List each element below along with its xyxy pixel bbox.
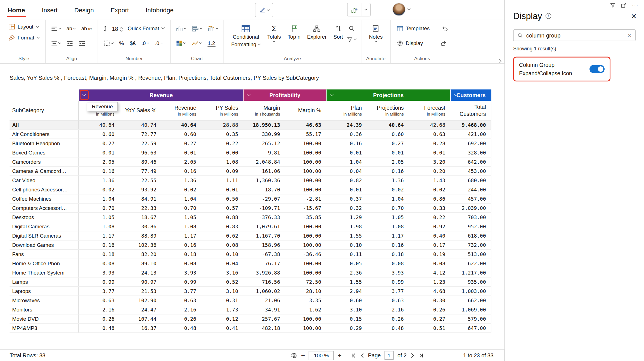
- table-row[interactable]: Coffee Machines1.0484.911.040.56-29.07-2…: [10, 194, 492, 204]
- font-size-stepper[interactable]: 18: [112, 25, 122, 32]
- table-row[interactable]: Computers Accessori…0.7022.330.700.57-10…: [10, 204, 492, 213]
- borders-button[interactable]: [103, 39, 114, 47]
- column-group-revenue[interactable]: Revenue: [79, 90, 243, 101]
- column-header[interactable]: SubCategory: [10, 101, 79, 120]
- column-header[interactable]: YoY Sales %: [120, 101, 162, 120]
- align-vertical-button[interactable]: [50, 40, 61, 47]
- table-row[interactable]: Car Video1.3622.551.361.111,360.36100.00…: [10, 176, 492, 185]
- format-button[interactable]: Format: [7, 34, 41, 42]
- tab-export[interactable]: Export: [110, 0, 130, 20]
- last-page-button[interactable]: [418, 353, 423, 358]
- column-header[interactable]: Planin Millions: [326, 101, 367, 120]
- zoom-in-button[interactable]: +: [338, 351, 342, 359]
- sparkline-button[interactable]: [191, 40, 202, 47]
- page-number-input[interactable]: 1: [385, 351, 394, 360]
- table-row[interactable]: Cameras & Camcord…0.1677.490.160.09161.0…: [10, 167, 492, 176]
- table-row[interactable]: Air Conditioners0.6072.770.600.35330.995…: [10, 130, 492, 139]
- tab-insert[interactable]: Insert: [41, 0, 58, 20]
- chart-type-bar-button[interactable]: [191, 25, 203, 32]
- expand-icon[interactable]: [621, 3, 627, 8]
- column-header[interactable]: Projectionsin Millions: [367, 101, 409, 120]
- sort-button[interactable]: Sort: [330, 23, 346, 42]
- notes-button[interactable]: Notes: [366, 23, 386, 43]
- undo-button[interactable]: [440, 24, 449, 33]
- column-group-projections[interactable]: Projections: [326, 90, 450, 101]
- abbreviate-button[interactable]: abc+: [80, 25, 93, 32]
- table-row[interactable]: Monitors2.1624.472.161.7334.911.623.102.…: [10, 305, 492, 315]
- wrap-text-button[interactable]: ab: [66, 25, 76, 32]
- column-group-customers[interactable]: Customers: [450, 90, 491, 101]
- avatar[interactable]: [392, 3, 406, 16]
- percent-format-button[interactable]: %: [118, 39, 125, 47]
- previous-page-button[interactable]: [360, 353, 364, 358]
- table-row[interactable]: Home & Office Phon…0.0889.100.080.0476.1…: [10, 259, 492, 268]
- table-row[interactable]: Bluetooth Headphon…0.2722.590.270.22265.…: [10, 139, 492, 148]
- increase-indent-button[interactable]: [78, 40, 86, 47]
- top-n-button[interactable]: Top n: [285, 23, 303, 42]
- chart-type-combo-button[interactable]: [207, 25, 219, 32]
- decrease-indent-button[interactable]: [66, 40, 74, 47]
- table-row[interactable]: MP4&MP30.4816.370.480.41482.18100.000.29…: [10, 324, 492, 333]
- table-row[interactable]: Desktops1.0518.671.050.88-376.33-35.851.…: [10, 213, 492, 222]
- table-settings-button[interactable]: [291, 352, 297, 359]
- align-horizontal-button[interactable]: [50, 25, 61, 32]
- add-chart-dropdown[interactable]: [361, 3, 370, 16]
- column-header[interactable]: PY Salesin Millions: [201, 101, 243, 120]
- tab-design[interactable]: Design: [74, 0, 95, 20]
- redo-button[interactable]: [439, 39, 448, 48]
- column-group-collapse-button[interactable]: [451, 90, 461, 101]
- column-header[interactable]: Marginin Thousands: [243, 101, 285, 120]
- ribbon-expand-button[interactable]: [496, 55, 503, 64]
- search-input[interactable]: column group: [526, 32, 561, 39]
- user-menu[interactable]: [392, 3, 410, 16]
- display-button[interactable]: Display: [395, 39, 424, 48]
- table-row[interactable]: Digital Cameras1.0830.861.080.831,079.61…: [10, 222, 492, 231]
- heatmap-button[interactable]: [175, 39, 186, 47]
- table-row[interactable]: Movie DVD0.26107.440.260.12257.67100.000…: [10, 315, 492, 324]
- quick-format-button[interactable]: Quick Format: [126, 25, 165, 32]
- table-row[interactable]: Digital SLR Cameras1.1788.891.170.621,16…: [10, 231, 492, 241]
- toggle-switch[interactable]: [589, 65, 605, 73]
- table-row[interactable]: Download Games0.16102.360.160.08158.9610…: [10, 241, 492, 250]
- templates-button[interactable]: Templates: [395, 25, 431, 33]
- column-header[interactable]: Margin %: [285, 101, 326, 120]
- column-group-profitability[interactable]: Profitability: [243, 90, 326, 101]
- add-chart-button[interactable]: [347, 3, 371, 17]
- table-row[interactable]: Cell phones Accessor…0.0293.920.020.0118…: [10, 185, 492, 194]
- table-row[interactable]: Home Theater System3.9324.133.933.163,92…: [10, 268, 492, 278]
- table-row[interactable]: Camcorders2.0589.462.051.082,048.84100.0…: [10, 158, 492, 167]
- table-row[interactable]: All40.6440.7440.6428.8818,950.1346.6324.…: [10, 121, 492, 130]
- increase-decimal-button[interactable]: .0+: [141, 39, 150, 47]
- table-row[interactable]: Microwaves0.63102.900.630.3121.063.350.6…: [10, 296, 492, 305]
- first-page-button[interactable]: [351, 353, 356, 358]
- tab-infobridge[interactable]: Infobridge: [145, 0, 174, 20]
- data-labels-button[interactable]: 1.2: [207, 39, 216, 47]
- tab-home[interactable]: Home: [7, 0, 26, 20]
- decrease-decimal-button[interactable]: .0−: [154, 39, 164, 47]
- currency-format-button[interactable]: $€: [129, 39, 136, 47]
- close-panel-button[interactable]: ×: [631, 12, 636, 21]
- search-icon[interactable]: [349, 25, 355, 32]
- column-header[interactable]: Revenuein Millions: [162, 101, 202, 120]
- column-header[interactable]: TotalCustomers: [450, 101, 491, 120]
- column-group-collapse-button[interactable]: [79, 90, 89, 101]
- clear-search-icon[interactable]: ×: [628, 32, 631, 39]
- table-row[interactable]: Boxed Games0.0196.630.010.009.81100.000.…: [10, 148, 492, 158]
- zoom-out-button[interactable]: −: [301, 351, 305, 359]
- column-group-collapse-button[interactable]: [327, 90, 337, 101]
- table-row[interactable]: Laptops3.7721.533.773.101,060.0228.102.9…: [10, 287, 492, 296]
- column-header[interactable]: Forecastin Millions: [409, 101, 451, 120]
- filter-icon[interactable]: [610, 3, 616, 8]
- edit-tool-button[interactable]: [255, 3, 273, 17]
- table-row[interactable]: Fans0.1882.200.180.10-67.38-36.460.110.1…: [10, 250, 492, 259]
- next-page-button[interactable]: [410, 353, 415, 358]
- explorer-button[interactable]: Explorer: [304, 23, 330, 42]
- column-group-collapse-button[interactable]: [244, 90, 254, 101]
- table-row[interactable]: Lamps0.9990.970.990.52716.5672.501.550.9…: [10, 278, 492, 287]
- chart-type-column-button[interactable]: [175, 25, 187, 32]
- totals-button[interactable]: Σ Totals: [264, 23, 284, 43]
- info-icon[interactable]: i: [545, 13, 551, 19]
- filter-button[interactable]: [347, 37, 357, 43]
- panel-search[interactable]: column group ×: [513, 29, 636, 41]
- more-options-icon[interactable]: ···: [632, 2, 639, 9]
